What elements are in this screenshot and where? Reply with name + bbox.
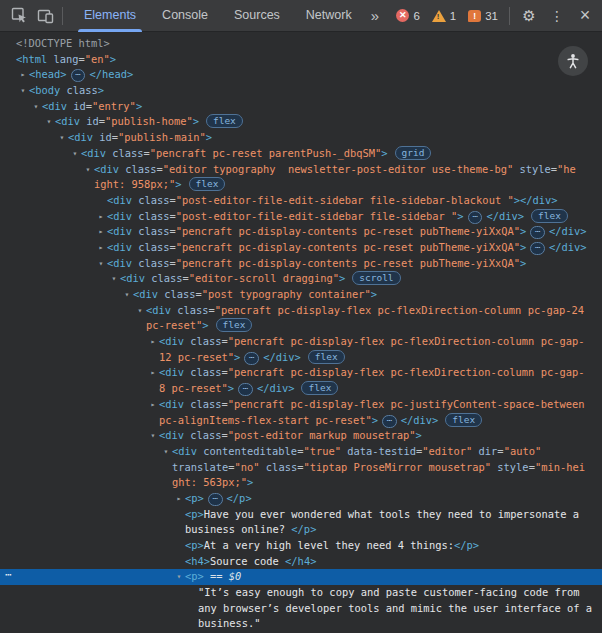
overflow-menu-icon[interactable]: ⋮	[544, 3, 570, 29]
dom-tree-row[interactable]: translate="no" class="tiptap ProseMirror…	[0, 460, 602, 476]
tab-elements[interactable]: Elements	[71, 0, 149, 32]
more-tabs-icon[interactable]: »	[365, 0, 385, 32]
dom-tree-row[interactable]: business."	[0, 616, 602, 632]
expand-arrow-icon[interactable]: ▾	[56, 130, 68, 146]
code-segment: "pencraft pc-display-contents pc-reset p…	[176, 241, 520, 253]
expand-arrow-icon[interactable]: ▸	[95, 209, 107, 225]
dom-tree-row[interactable]: <h4>Source code </h4>	[0, 554, 602, 570]
dom-tree-row[interactable]: ▾<div id="entry">	[0, 99, 602, 115]
dom-tree-row[interactable]: ▾<div class="pencraft pc-display-content…	[0, 256, 602, 272]
dom-tree-row[interactable]: ght: 563px;">	[0, 475, 602, 491]
dom-tree-row[interactable]: <p>Have you ever wondered what tools the…	[0, 507, 602, 523]
expand-arrow-icon[interactable]: ▾	[108, 271, 120, 287]
inline-expand-button[interactable]: ⋯	[530, 226, 545, 239]
dom-tree-row[interactable]: ▸<div class="pencraft pc-display-content…	[0, 224, 602, 240]
expand-arrow-icon[interactable]: ▾	[147, 428, 159, 444]
dom-tree-row[interactable]: <html lang="en">	[0, 52, 602, 68]
layout-badge-flex[interactable]: flex	[216, 318, 253, 332]
layout-badge-flex[interactable]: flex	[206, 114, 243, 128]
dom-tree-row[interactable]: ▾<body class>	[0, 83, 602, 99]
expand-arrow-icon[interactable]: ▾	[82, 162, 94, 178]
expand-arrow-icon[interactable]: ▸	[147, 397, 159, 413]
inline-expand-button[interactable]: ⋯	[238, 383, 253, 396]
dom-tree-row[interactable]: ▸<div class="post-editor-file-edit-sideb…	[0, 209, 602, 225]
dom-tree-row[interactable]: 12 pc-reset">⋯</div>flex	[0, 350, 602, 366]
inline-expand-button[interactable]: ⋯	[244, 352, 259, 365]
tab-sources[interactable]: Sources	[221, 0, 293, 32]
dom-tree-row[interactable]: ▾<div class="post-editor markup mousetra…	[0, 428, 602, 444]
expand-arrow-icon[interactable]: ▾	[134, 303, 146, 319]
tab-console[interactable]: Console	[149, 0, 221, 32]
dom-tree-row[interactable]: ▾<div id="publish-home">flex	[0, 114, 602, 130]
layout-badge-flex[interactable]: flex	[531, 209, 568, 223]
code-segment: >	[416, 429, 422, 441]
expand-arrow-icon[interactable]: ▾	[17, 83, 29, 99]
code-segment: == $0	[204, 570, 242, 582]
dom-tree-row[interactable]: pc-reset">flex	[0, 318, 602, 334]
dom-tree-row[interactable]: ▾<div class="editor typography newslette…	[0, 162, 602, 178]
dom-tree-row[interactable]: 8 pc-reset">⋯</div>flex	[0, 381, 602, 397]
inline-expand-button[interactable]: ⋯	[208, 493, 223, 506]
dom-tree-row[interactable]: ▾<div class="post typography container">	[0, 287, 602, 303]
error-count-badge[interactable]: ✕ 6	[391, 9, 424, 22]
dom-tree-row[interactable]: "It’s easy enough to copy and paste cust…	[0, 585, 602, 601]
dom-tree-row[interactable]: ▾<div contenteditable="true" data-testid…	[0, 444, 602, 460]
expand-arrow-icon[interactable]: ▸	[147, 334, 159, 350]
code-segment: business."	[198, 617, 261, 629]
dom-tree-row[interactable]: ▾<div id="publish-main">	[0, 130, 602, 146]
layout-badge-scroll[interactable]: scroll	[352, 271, 400, 285]
inspect-element-icon[interactable]	[6, 3, 32, 29]
inline-expand-button[interactable]: ⋯	[382, 415, 397, 428]
dom-tree-row[interactable]: ▸<div class="pencraft pc-display-content…	[0, 240, 602, 256]
code-segment: "pencraft pc-display-flex pc-flexDirecti…	[228, 335, 585, 347]
dom-tree-row[interactable]: <!DOCTYPE html>	[0, 36, 602, 52]
dom-tree-row[interactable]: pc-alignItems-flex-start pc-reset">⋯</di…	[0, 413, 602, 429]
layout-badge-grid[interactable]: grid	[395, 146, 432, 160]
dom-tree-row[interactable]: ▸<head>⋯</head>	[0, 67, 602, 83]
inline-expand-button[interactable]: ⋯	[468, 211, 483, 224]
dom-tree-row[interactable]: ▾<div class="editor-scroll dragging">scr…	[0, 271, 602, 287]
dom-tree-row[interactable]: <p>At a very high level they need 4 thin…	[0, 538, 602, 554]
close-devtools-icon[interactable]: ×	[572, 3, 598, 29]
expand-arrow-icon[interactable]: ▸	[147, 365, 159, 381]
expand-arrow-icon[interactable]: ▾	[173, 569, 185, 585]
expand-arrow-icon[interactable]: ▸	[17, 67, 29, 83]
dom-tree-row[interactable]: ▾<div class="pencraft pc-display-flex pc…	[0, 303, 602, 319]
device-toolbar-icon[interactable]	[32, 3, 58, 29]
accessibility-overlay-button[interactable]	[558, 46, 588, 76]
dom-tree-row[interactable]: ▸<p>⋯</p>	[0, 491, 602, 507]
dom-tree-row-selected[interactable]: ⋯▾<p> == $0	[0, 569, 602, 585]
expand-arrow-icon[interactable]: ▾	[30, 99, 42, 115]
dom-tree-row[interactable]: ight: 958px;">flex	[0, 177, 602, 193]
dom-tree-row[interactable]: <div class="post-editor-file-edit-sideba…	[0, 193, 602, 209]
code-segment: >	[136, 100, 142, 112]
error-count: 6	[413, 10, 419, 22]
inline-expand-button[interactable]: ⋯	[71, 69, 86, 82]
dom-tree-row[interactable]: ▸<div class="pencraft pc-display-flex pc…	[0, 397, 602, 413]
settings-gear-icon[interactable]: ⚙	[516, 3, 542, 29]
expand-arrow-icon[interactable]: ▸	[95, 224, 107, 240]
expand-arrow-icon[interactable]: ▾	[69, 146, 81, 162]
dom-tree-row[interactable]: any browser’s developer tools and mimic …	[0, 601, 602, 617]
expand-arrow-icon[interactable]: ▸	[173, 491, 185, 507]
layout-badge-flex[interactable]: flex	[301, 381, 338, 395]
inline-expand-button[interactable]: ⋯	[530, 242, 545, 255]
dom-tree-row[interactable]: business online? </p>	[0, 522, 602, 538]
expand-arrow-icon[interactable]: ▾	[121, 287, 133, 303]
layout-badge-flex[interactable]: flex	[189, 177, 226, 191]
expand-arrow-icon[interactable]: ▾	[43, 114, 55, 130]
expand-arrow-icon[interactable]: ▾	[160, 444, 172, 460]
row-menu-dots-icon[interactable]: ⋯	[5, 567, 13, 583]
warning-count-badge[interactable]: ! 1	[427, 10, 461, 22]
expand-arrow-icon[interactable]: ▸	[95, 240, 107, 256]
code-segment: <p>	[185, 508, 204, 520]
dom-tree-row[interactable]: ▾<div class="pencraft pc-reset parentPus…	[0, 146, 602, 162]
tab-network[interactable]: Network	[293, 0, 365, 32]
layout-badge-flex[interactable]: flex	[445, 413, 482, 427]
issues-count-badge[interactable]: ! 31	[463, 10, 503, 22]
layout-badge-flex[interactable]: flex	[308, 350, 345, 364]
code-segment: </p>	[291, 523, 316, 535]
dom-tree-row[interactable]: ▸<div class="pencraft pc-display-flex pc…	[0, 365, 602, 381]
dom-tree-row[interactable]: ▸<div class="pencraft pc-display-flex pc…	[0, 334, 602, 350]
expand-arrow-icon[interactable]: ▾	[95, 256, 107, 272]
